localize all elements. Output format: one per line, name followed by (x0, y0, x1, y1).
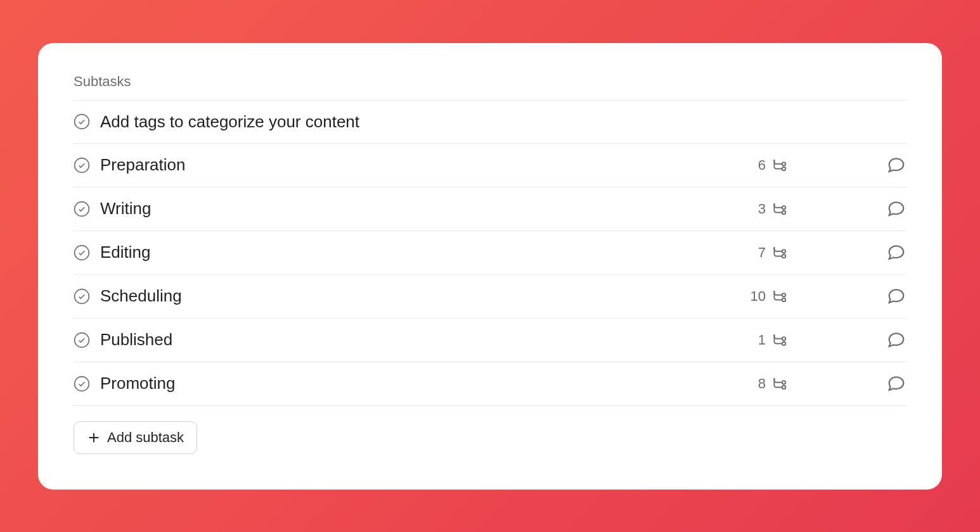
svg-point-17 (782, 385, 785, 388)
comment-icon[interactable] (886, 374, 906, 394)
subtask-title: Editing (100, 243, 748, 262)
subtask-count-value: 8 (758, 376, 766, 392)
svg-point-8 (782, 254, 785, 257)
subtask-count-value: 1 (758, 332, 766, 348)
subtask-title: Published (100, 330, 748, 350)
svg-point-0 (75, 115, 89, 129)
subtask-count: 8 (758, 376, 787, 392)
add-subtask-button[interactable]: Add subtask (74, 421, 197, 454)
check-circle-icon[interactable] (74, 244, 90, 261)
comment-icon[interactable] (886, 286, 906, 307)
subtask-count: 7 (758, 244, 787, 261)
subtasks-icon (771, 332, 787, 348)
svg-point-3 (782, 162, 785, 165)
svg-point-4 (75, 201, 89, 216)
subtask-count: 1 (758, 332, 787, 348)
check-circle-icon[interactable] (74, 376, 90, 392)
subtask-row[interactable]: Add tags to categorize your content (74, 101, 906, 144)
subtask-row[interactable]: Scheduling 10 (74, 275, 906, 319)
subtask-title: Preparation (100, 155, 748, 175)
svg-point-9 (782, 250, 785, 253)
svg-point-1 (75, 158, 89, 172)
subtask-count: 3 (758, 201, 787, 217)
comment-icon[interactable] (886, 243, 906, 263)
check-circle-icon[interactable] (74, 332, 90, 348)
subtask-row[interactable]: Writing 3 (74, 187, 906, 231)
svg-point-13 (75, 332, 89, 347)
subtasks-card: Subtasks Add tags to categorize your con… (38, 43, 942, 490)
subtasks-icon (771, 288, 787, 305)
check-circle-icon[interactable] (74, 201, 90, 217)
subtask-row[interactable]: Published 1 (74, 319, 906, 362)
subtasks-icon (771, 157, 787, 174)
subtask-count: 6 (758, 157, 787, 174)
svg-point-15 (782, 337, 785, 340)
add-subtask-label: Add subtask (107, 429, 184, 446)
subtasks-icon (771, 244, 787, 261)
subtask-count-value: 10 (751, 288, 766, 305)
subtask-row[interactable]: Promoting 8 (74, 362, 906, 406)
subtask-title: Scheduling (100, 286, 740, 306)
subtask-title: Writing (100, 199, 748, 218)
check-circle-icon[interactable] (74, 113, 90, 130)
check-circle-icon[interactable] (74, 157, 90, 174)
subtask-row[interactable]: Preparation 6 (74, 144, 906, 187)
svg-point-12 (782, 293, 785, 296)
subtask-list: Add tags to categorize your content Prep… (74, 101, 906, 406)
subtasks-icon (771, 376, 787, 392)
comment-icon[interactable] (886, 155, 906, 175)
svg-point-5 (782, 210, 785, 213)
svg-point-2 (782, 167, 785, 170)
subtask-title: Promoting (100, 374, 748, 393)
svg-point-16 (75, 376, 89, 391)
svg-point-18 (782, 381, 785, 384)
subtask-title: Add tags to categorize your content (100, 112, 906, 132)
subtask-row[interactable]: Editing 7 (74, 231, 906, 275)
subtask-count-value: 3 (758, 201, 766, 217)
plus-icon (87, 431, 101, 445)
comment-icon[interactable] (886, 330, 906, 350)
svg-point-7 (75, 245, 89, 260)
svg-point-14 (782, 341, 785, 345)
section-title: Subtasks (74, 73, 906, 101)
subtask-count-value: 7 (758, 244, 766, 261)
svg-point-11 (782, 298, 785, 301)
subtask-count: 10 (751, 288, 787, 305)
subtask-count-value: 6 (758, 157, 766, 174)
comment-icon[interactable] (886, 199, 906, 219)
svg-point-6 (782, 206, 785, 209)
check-circle-icon[interactable] (74, 288, 90, 305)
svg-point-10 (75, 289, 89, 303)
subtasks-icon (771, 201, 787, 217)
